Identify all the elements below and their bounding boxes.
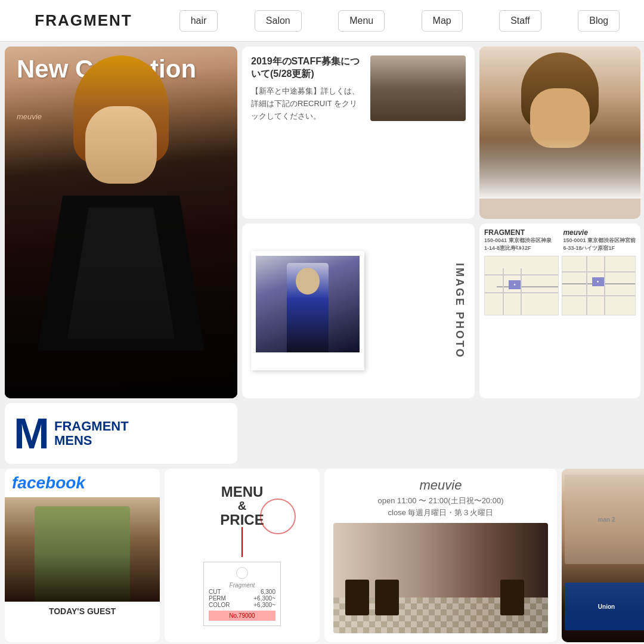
meuvle-card[interactable]: meuvie open 11:00 〜 21:00(土日祝〜20:00) clo… xyxy=(324,469,557,642)
meuvle-hours-close: close 毎週月曜日・第３火曜日 xyxy=(333,507,548,518)
nav-menu[interactable]: Menu xyxy=(338,10,385,32)
map-card[interactable]: FRAGMENT 150-0041 東京都渋谷区神泉 1-14-8恵比寿ﾋﾙｽ2… xyxy=(479,224,640,399)
hero-card[interactable]: New Collection 04 FRAGMENT meuvie xyxy=(5,47,237,398)
price-row-perm: PERM +6,300~ xyxy=(209,595,275,602)
nav-blog[interactable]: Blog xyxy=(578,10,620,32)
meuvle-interior-image xyxy=(333,523,548,633)
tag-string xyxy=(242,527,243,557)
meuvle-addr: 150-0001 東京都渋谷区神宮前 6-33-18ハイツ原宿1F xyxy=(563,237,636,252)
mens-photo-card[interactable]: man 2 Union xyxy=(562,469,644,642)
fragment-name: FRAGMENT xyxy=(484,228,552,237)
main-nav: hair Salon Menu Map Staff Blog xyxy=(161,10,638,32)
nav-staff[interactable]: Staff xyxy=(499,10,541,32)
price-brand: Fragment xyxy=(209,582,275,589)
price-hole xyxy=(236,567,248,579)
photo-inner xyxy=(256,256,360,352)
fragment-mens-card[interactable]: M FRAGMENT MENS xyxy=(5,403,237,464)
mens-text: FRAGMENT MENS xyxy=(54,419,129,448)
tag-circle-decor xyxy=(260,499,296,534)
photo-frame xyxy=(251,251,364,370)
price-box: Fragment CUT 6,300 PERM +6,300~ COLOR +6… xyxy=(203,562,281,626)
facebook-header: facebook xyxy=(5,469,160,497)
map-header-row: FRAGMENT 150-0041 東京都渋谷区神泉 1-14-8恵比寿ﾋﾙｽ2… xyxy=(484,228,636,252)
hero-brand2: meuvie xyxy=(17,112,42,121)
recruit-text: 2019年のSTAFF募集について(5/28更新) 【新卒と中途募集】詳しくは、… xyxy=(251,55,364,210)
nav-map[interactable]: Map xyxy=(422,10,463,32)
nav-hair[interactable]: hair xyxy=(179,10,218,32)
price-row-color: COLOR +6,300~ xyxy=(209,602,275,608)
image-photo-card[interactable]: IMAGE PHOTO xyxy=(242,224,475,399)
map-container: ● ● xyxy=(484,256,636,315)
image-photo-label: IMAGE PHOTO xyxy=(453,263,466,359)
map-diagram-meuvle: ● xyxy=(562,256,636,315)
mens-m: M xyxy=(14,412,49,455)
fragment-map-header: FRAGMENT 150-0041 東京都渋谷区神泉 1-14-8恵比寿ﾋﾙｽ2… xyxy=(484,228,552,252)
meuvle-hours-open: open 11:00 〜 21:00(土日祝〜20:00) xyxy=(333,496,548,506)
recruit-title: 2019年のSTAFF募集について(5/28更新) xyxy=(251,55,364,80)
salon-interior-image xyxy=(370,55,466,121)
facebook-logo: facebook xyxy=(12,473,85,492)
recruit-body: 【新卒と中途募集】詳しくは、詳細は下記のRECRUIT をクリックしてください。 xyxy=(251,85,364,122)
facebook-footer: TODAY'S GUEST xyxy=(5,602,160,621)
new-hair-card[interactable]: NEW xyxy=(479,47,640,219)
mens-photo-bg: man 2 Union xyxy=(562,469,644,642)
facebook-image xyxy=(5,497,160,602)
main-grid: New Collection 04 FRAGMENT meuvie 2019年の… xyxy=(0,42,644,469)
nav-salon[interactable]: Salon xyxy=(255,10,302,32)
mens-title-line2: MENS xyxy=(54,434,129,448)
meuvle-name: meuvie xyxy=(563,228,636,237)
logo: FRAGMENT xyxy=(6,11,161,30)
recruit-image xyxy=(370,55,466,121)
menu-price-card[interactable]: MENU & PRICE Fragment CUT 6,300 PERM +6,… xyxy=(165,469,320,642)
fragment-addr: 150-0041 東京都渋谷区神泉 1-14-8恵比寿ﾋﾙｽ2F xyxy=(484,237,552,252)
menu-line1: MENU xyxy=(203,485,281,499)
mens-title-line1: FRAGMENT xyxy=(54,419,129,434)
recruit-card[interactable]: 2019年のSTAFF募集について(5/28更新) 【新卒と中途募集】詳しくは、… xyxy=(242,47,475,219)
meuvle-map-header: meuvie 150-0001 東京都渋谷区神宮前 6-33-18ハイツ原宿1F xyxy=(563,228,636,252)
menu-tag: MENU & PRICE Fragment CUT 6,300 PERM +6,… xyxy=(203,485,281,626)
price-row-cut: CUT 6,300 xyxy=(209,589,275,595)
second-row: facebook TODAY'S GUEST MENU & PRICE Frag… xyxy=(0,469,644,642)
facebook-card[interactable]: facebook TODAY'S GUEST xyxy=(5,469,160,642)
meuvle-name-text: meuvie xyxy=(333,478,548,493)
map-diagram-fragment: ● xyxy=(484,256,559,315)
price-sticker: No.79000 xyxy=(209,611,275,621)
header: FRAGMENT hair Salon Menu Map Staff Blog xyxy=(0,0,644,42)
